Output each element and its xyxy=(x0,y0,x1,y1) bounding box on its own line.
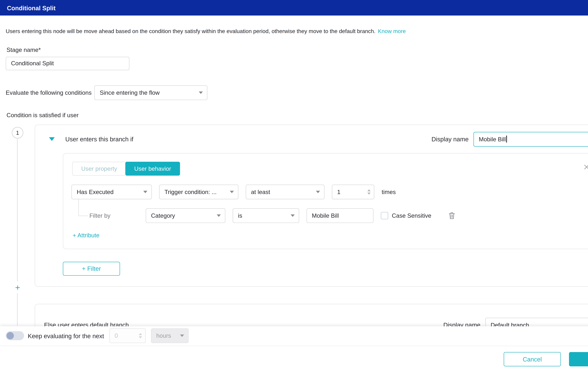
duration-unit-select: hours xyxy=(151,329,189,343)
action-select[interactable]: Has Executed xyxy=(71,184,152,199)
dialog-footer: Cancel Done xyxy=(0,345,588,373)
condition-card: User property User behavior Has Executed xyxy=(63,153,588,249)
description: Users entering this node will be move ah… xyxy=(6,28,588,35)
tab-user-behavior[interactable]: User behavior xyxy=(125,162,180,176)
branch-card: User enters this branch if Display name … xyxy=(35,125,588,287)
number-stepper[interactable] xyxy=(368,189,371,194)
stepper-down-icon xyxy=(139,337,142,339)
branch-cards: User enters this branch if Display name … xyxy=(35,125,588,345)
filter-row: Filter by Category is xyxy=(71,208,588,223)
display-name-value: Mobile Bill xyxy=(479,136,506,142)
keep-evaluating-label: Keep evaluating for the next xyxy=(28,332,104,339)
case-sensitive-label: Case Sensitive xyxy=(392,212,431,219)
dialog-title: Conditional Split xyxy=(7,4,56,11)
stage-name-label: Stage name* xyxy=(7,46,588,53)
branch-number-badge: 1 xyxy=(12,127,23,138)
evaluation-period-row: Evaluate the following conditions Since … xyxy=(6,85,588,100)
count-value: 1 xyxy=(337,189,340,195)
evaluation-bar: Keep evaluating for the next 0 hours xyxy=(0,327,588,345)
number-stepper xyxy=(139,333,142,339)
event-select[interactable]: Trigger condition: ... xyxy=(159,184,238,199)
remove-condition-icon[interactable] xyxy=(584,164,588,170)
chevron-down-icon xyxy=(316,191,320,193)
comparator-select-value: at least xyxy=(251,189,270,195)
branch-connector-line xyxy=(17,139,18,325)
count-input[interactable]: 1 xyxy=(332,184,374,199)
add-filter-button[interactable]: + Filter xyxy=(63,262,120,276)
case-sensitive-checkbox[interactable] xyxy=(381,212,388,219)
filter-value-input[interactable] xyxy=(307,208,374,223)
display-name-input[interactable]: Mobile Bill xyxy=(473,132,588,147)
filter-operator-select[interactable]: is xyxy=(233,208,299,223)
conditional-split-dialog: Conditional Split Users entering this no… xyxy=(0,0,588,373)
case-sensitive-option[interactable]: Case Sensitive xyxy=(381,212,431,219)
filter-by-label: Filter by xyxy=(89,212,138,219)
evaluate-conditions-label: Evaluate the following conditions xyxy=(6,89,92,96)
branch-title: User enters this branch if xyxy=(65,136,133,143)
text-cursor xyxy=(506,136,507,143)
branch-rail: 1 + xyxy=(0,125,35,345)
description-text: Users entering this node will be move ah… xyxy=(6,28,376,34)
dialog-header: Conditional Split xyxy=(0,0,588,16)
tab-user-property[interactable]: User property xyxy=(72,162,126,176)
action-select-value: Has Executed xyxy=(77,189,114,195)
stepper-up-icon xyxy=(139,333,142,335)
evaluation-period-select[interactable]: Since entering the flow xyxy=(94,85,208,100)
chevron-down-icon xyxy=(217,214,221,217)
add-attribute-link[interactable]: + Attribute xyxy=(73,232,99,238)
chevron-down-icon xyxy=(143,191,147,193)
times-label: times xyxy=(382,189,396,195)
chevron-down-icon xyxy=(230,191,234,193)
condition-card-header: User property User behavior xyxy=(71,162,588,176)
duration-input: 0 xyxy=(109,329,146,343)
collapse-caret-icon[interactable] xyxy=(49,138,55,141)
comparator-select[interactable]: at least xyxy=(246,184,325,199)
filter-connector-line xyxy=(78,199,88,216)
duration-unit-value: hours xyxy=(156,333,171,339)
filter-operator-value: is xyxy=(238,212,242,219)
stepper-down-icon[interactable] xyxy=(368,192,371,194)
filter-attribute-value: Category xyxy=(151,212,175,219)
dialog-body: Users entering this node will be move ah… xyxy=(0,28,588,345)
branch-header: User enters this branch if Display name … xyxy=(45,132,588,147)
evaluation-period-value: Since entering the flow xyxy=(100,89,160,96)
branches-area: 1 + User enters this branch if Display n… xyxy=(0,125,588,345)
keep-evaluating-toggle[interactable] xyxy=(6,331,24,340)
toggle-knob xyxy=(7,332,14,340)
condition-heading: Condition is satisfied if user xyxy=(7,112,588,118)
chevron-down-icon xyxy=(199,91,203,94)
done-button[interactable]: Done xyxy=(569,352,588,366)
behavior-rule-row: Has Executed Trigger condition: ... at l… xyxy=(71,184,588,199)
display-name-label: Display name xyxy=(431,136,469,143)
chevron-down-icon xyxy=(180,335,184,337)
delete-filter-icon[interactable] xyxy=(449,212,455,219)
filter-attribute-select[interactable]: Category xyxy=(146,208,225,223)
know-more-link[interactable]: Know more xyxy=(378,28,406,34)
condition-type-tabs: User property User behavior xyxy=(72,162,180,176)
event-select-value: Trigger condition: ... xyxy=(165,189,217,195)
stage-name-input[interactable] xyxy=(6,57,129,70)
duration-value: 0 xyxy=(115,333,118,339)
cancel-button[interactable]: Cancel xyxy=(504,352,561,366)
add-branch-button[interactable]: + xyxy=(15,281,21,293)
stepper-up-icon[interactable] xyxy=(368,189,371,191)
chevron-down-icon xyxy=(291,214,295,217)
